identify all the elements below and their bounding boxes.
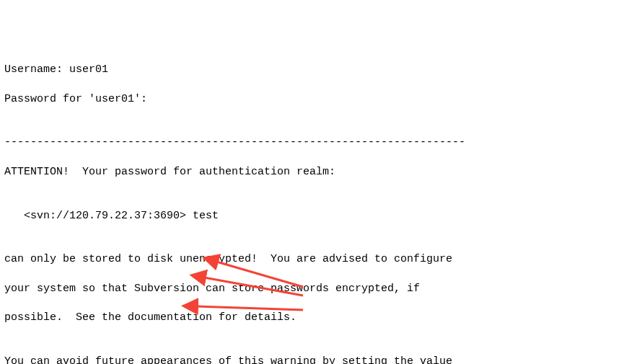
annotation-arrows	[0, 0, 637, 364]
terminal-line-realm: <svn://120.79.22.37:3690> test	[4, 209, 637, 223]
terminal-line-warn3: possible. See the documentation for deta…	[4, 311, 637, 325]
arrow-icon	[196, 306, 303, 310]
terminal-line-advice1: You can avoid future appearances of this…	[4, 355, 637, 364]
terminal-line-attention: ATTENTION! Your password for authenticat…	[4, 165, 637, 179]
terminal-line-password-prompt: Password for 'user01':	[4, 92, 637, 107]
terminal-line-divider: ----------------------------------------…	[4, 136, 637, 150]
terminal-line-warn2: your system so that Subversion can store…	[4, 282, 637, 296]
terminal-line-warn1: can only be stored to disk unencrypted! …	[4, 252, 637, 267]
terminal-line-username: Username: user01	[4, 63, 637, 77]
